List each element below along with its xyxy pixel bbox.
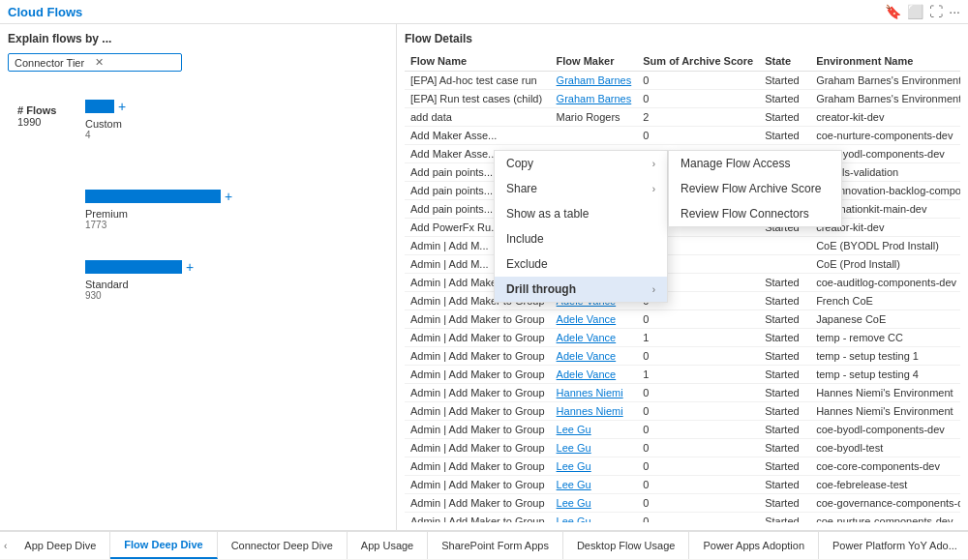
- copy-icon[interactable]: ⬜: [907, 4, 923, 19]
- tier-plus-premium[interactable]: +: [225, 189, 232, 204]
- cell-flow-maker: Lee Gu: [551, 513, 638, 523]
- filter-bar[interactable]: Connector Tier ✕: [8, 53, 182, 72]
- submenu-review-archive[interactable]: Review Flow Archive Score: [669, 176, 841, 201]
- cell-score: 0: [637, 476, 759, 494]
- tab-app-usage[interactable]: App Usage: [348, 532, 428, 559]
- menu-copy[interactable]: Copy ›: [495, 151, 667, 176]
- cell-env: coe-governance-components-d: [810, 494, 960, 513]
- menu-include[interactable]: Include: [495, 226, 667, 251]
- table-row[interactable]: Admin | Add Maker to Group Adele Vance 1…: [405, 329, 960, 347]
- table-container[interactable]: Flow Name Flow Maker Sum of Archive Scor…: [405, 51, 960, 522]
- menu-show-table[interactable]: Show as a table: [495, 201, 667, 226]
- table-row[interactable]: Admin | Add Maker to Group Lee Gu 0 Star…: [405, 439, 960, 457]
- cell-flow-name: Admin | Add Maker to Group: [405, 310, 551, 329]
- table-row[interactable]: [EPA] Run test cases (child) Graham Barn…: [405, 90, 960, 108]
- tab-power-apps-adoption[interactable]: Power Apps Adoption: [689, 532, 819, 559]
- table-row[interactable]: Admin | Add M... CoE (BYODL Prod Install…: [405, 237, 960, 255]
- expand-icon[interactable]: ⛶: [929, 4, 943, 19]
- tier-premium: + Premium 1773: [85, 189, 376, 230]
- cell-state: Started: [759, 72, 810, 90]
- cell-flow-name: Admin | Add Maker to Group: [405, 329, 551, 347]
- cell-env: Japanese CoE: [810, 310, 960, 329]
- cell-env: Hannes Niemi's Environment: [810, 384, 960, 402]
- table-row[interactable]: Admin | Add Maker to Group Adele Vance 1…: [405, 366, 960, 384]
- cell-flow-name: Admin | Add Maker to Group: [405, 513, 551, 523]
- table-row[interactable]: Admin | Add Maker to Group Adele Vance 0…: [405, 347, 960, 366]
- tier-bar-premium: [85, 190, 221, 203]
- col-flow-name: Flow Name: [405, 51, 551, 72]
- cell-flow-maker: Mario Rogers: [551, 108, 638, 127]
- cell-flow-name: Admin | Add Maker to Group: [405, 347, 551, 366]
- cell-env: Graham Barnes's Environment: [810, 72, 960, 90]
- tier-count-custom: 4: [85, 130, 376, 140]
- page-title: Cloud Flows: [8, 5, 82, 19]
- share-arrow: ›: [652, 184, 655, 194]
- cell-flow-maker: Graham Barnes: [551, 90, 638, 108]
- table-row[interactable]: Admin | Add Maker to Group Lee Gu 0 Star…: [405, 513, 960, 523]
- cell-flow-name: Admin | Add Maker to Group: [405, 366, 551, 384]
- tab-scroll-left[interactable]: ‹: [0, 532, 11, 559]
- cell-state: Started: [759, 90, 810, 108]
- cell-flow-maker: Lee Gu: [551, 421, 638, 439]
- cell-state: Started: [759, 310, 810, 329]
- table-row[interactable]: Admin | Add Maker to Group Adele Vance 0…: [405, 292, 960, 310]
- table-row[interactable]: [EPA] Ad-hoc test case run Graham Barnes…: [405, 72, 960, 90]
- cell-score: 0: [637, 421, 759, 439]
- cell-state: Started: [759, 513, 810, 523]
- menu-drill-through[interactable]: Drill through ›: [495, 277, 667, 302]
- filter-close[interactable]: ✕: [95, 56, 175, 69]
- table-row[interactable]: Admin | Add Maker to Group Lee Gu 0 Star…: [405, 494, 960, 513]
- bookmark-icon[interactable]: 🔖: [885, 4, 901, 19]
- cell-state: [759, 237, 810, 255]
- col-env-name: Environment Name: [810, 51, 960, 72]
- title-bar: Cloud Flows 🔖 ⬜ ⛶ ···: [0, 0, 968, 24]
- menu-share[interactable]: Share ›: [495, 176, 667, 201]
- table-row[interactable]: Admin | Add Maker to Group Adele Vance 0…: [405, 274, 960, 292]
- tier-plus-standard[interactable]: +: [186, 259, 194, 275]
- cell-flow-name: Admin | Add Maker to Group: [405, 494, 551, 513]
- tab-connector-deep-dive[interactable]: Connector Deep Dive: [218, 532, 348, 559]
- tier-custom: + Custom 4: [85, 99, 376, 140]
- cell-score: 0: [637, 310, 759, 329]
- submenu-review-connectors[interactable]: Review Flow Connectors: [669, 201, 841, 226]
- cell-env: temp - setup testing 1: [810, 347, 960, 366]
- submenu-manage-flow[interactable]: Manage Flow Access: [669, 151, 841, 176]
- cell-flow-maker: Lee Gu: [551, 494, 638, 513]
- tab-desktop-flow-usage[interactable]: Desktop Flow Usage: [563, 532, 690, 559]
- table-row[interactable]: Admin | Add Maker to Group Lee Gu 0 Star…: [405, 457, 960, 476]
- tab-app-deep-dive[interactable]: App Deep Dive: [11, 532, 110, 559]
- cell-state: Started: [759, 421, 810, 439]
- cell-flow-name: Admin | Add Maker to Group: [405, 476, 551, 494]
- cell-flow-maker: Graham Barnes: [551, 72, 638, 90]
- table-row[interactable]: Admin | Add Maker to Group Hannes Niemi …: [405, 384, 960, 402]
- table-row[interactable]: Admin | Add Maker to Group Lee Gu 0 Star…: [405, 421, 960, 439]
- col-state: State: [759, 51, 810, 72]
- cell-flow-name: Admin | Add Maker to Group: [405, 421, 551, 439]
- table-row[interactable]: Admin | Add Maker to Group Lee Gu 0 Star…: [405, 476, 960, 494]
- flows-label: # Flows: [17, 104, 56, 116]
- tab-sharepoint-form-apps[interactable]: SharePoint Form Apps: [428, 532, 563, 559]
- table-row[interactable]: Admin | Add M... CoE (Prod Install): [405, 255, 960, 274]
- cell-flow-name: Admin | Add Maker to Group: [405, 384, 551, 402]
- cell-state: Started: [759, 127, 810, 145]
- tab-flow-deep-dive[interactable]: Flow Deep Dive: [110, 532, 217, 559]
- tier-plus-custom[interactable]: +: [118, 99, 126, 114]
- cell-score: 0: [637, 457, 759, 476]
- tab-power-platform-yoy-ado[interactable]: Power Platform YoY Ado...: [819, 532, 968, 559]
- cell-env: coe-febrelease-test: [810, 476, 960, 494]
- cell-flow-name: [EPA] Run test cases (child): [405, 90, 551, 108]
- more-icon[interactable]: ···: [949, 4, 960, 19]
- table-row[interactable]: Admin | Add Maker to Group Hannes Niemi …: [405, 402, 960, 421]
- cell-state: Started: [759, 494, 810, 513]
- cell-score: 0: [637, 402, 759, 421]
- main-content: Explain flows by ... Connector Tier ✕ # …: [0, 24, 968, 530]
- cell-env: Hannes Niemi's Environment: [810, 402, 960, 421]
- left-panel: Explain flows by ... Connector Tier ✕ # …: [0, 24, 397, 530]
- table-row[interactable]: Admin | Add Maker to Group Adele Vance 0…: [405, 310, 960, 329]
- tier-count-standard: 930: [85, 290, 376, 301]
- flows-count: 1990: [17, 116, 56, 128]
- table-row[interactable]: Add Maker Asse... 0 Started coe-nurture-…: [405, 127, 960, 145]
- menu-exclude[interactable]: Exclude: [495, 251, 667, 277]
- chart-area: # Flows 1990 + Custom 4: [8, 81, 388, 449]
- table-row[interactable]: add data Mario Rogers 2 Started creator-…: [405, 108, 960, 127]
